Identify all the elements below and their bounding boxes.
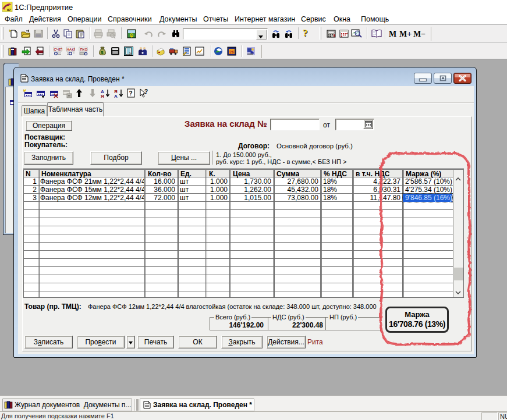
svg-text:07: 07: [7, 8, 11, 12]
svg-text:26: 26: [229, 50, 234, 54]
svg-text:?: ?: [303, 28, 308, 38]
svg-text:НАКЛ: НАКЛ: [67, 48, 76, 51]
svg-text:$: $: [101, 50, 104, 55]
svg-text:?: ?: [144, 88, 148, 95]
svg-text:Я: Я: [101, 94, 104, 98]
svg-text:ПКО: ПКО: [80, 48, 88, 51]
svg-text:А: А: [114, 94, 118, 98]
svg-text:?: ?: [129, 90, 133, 97]
svg-text:СЧЕТ: СЧЕТ: [54, 48, 63, 51]
